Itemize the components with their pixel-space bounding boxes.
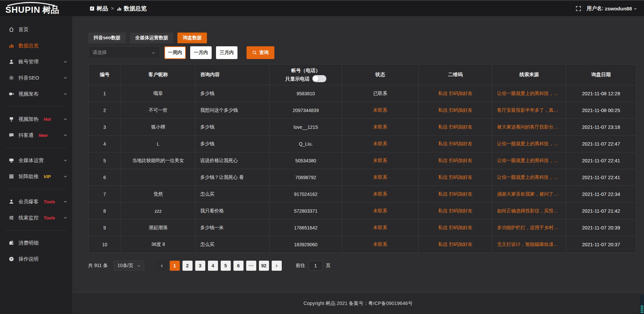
tab-douyin-seo-data[interactable]: 抖音seo数据	[88, 33, 126, 43]
scan-add-friend-link[interactable]: 扫码加好友	[449, 158, 472, 163]
monitor-icon	[8, 158, 14, 163]
scan-add-friend-link[interactable]: 扫码加好友	[449, 107, 472, 113]
page-button-6[interactable]: 6	[233, 261, 244, 271]
table-row: 5当地比较能吃的一位美女说说价格让我死心50534380未联系私信 扫码加好友让…	[89, 152, 636, 169]
tab-media-ops-data[interactable]: 全媒体运营数据	[130, 33, 173, 43]
page-button-92[interactable]: 92	[259, 261, 269, 271]
private-msg-link[interactable]: 私信	[438, 225, 448, 230]
cell-account: 178651642	[270, 219, 342, 236]
source-link[interactable]: 让你一眼就爱上的黑科技，能...	[497, 141, 561, 147]
filter-select[interactable]: 请选择	[88, 46, 160, 59]
range-button-1[interactable]: 一月内	[190, 46, 212, 59]
source-link[interactable]: 多功能护栏灯，适用于乡村文...	[497, 225, 561, 231]
scan-add-friend-link[interactable]: 扫码加好友	[449, 208, 472, 213]
sidebar-item-douketong[interactable]: 抖客通New	[0, 127, 72, 143]
source-link[interactable]: 客厅安装投影半年多了，真实...	[497, 107, 561, 113]
scan-add-friend-link[interactable]: 扫码加好友	[449, 124, 472, 129]
source-link[interactable]: 被大家追着问的客厅投影分享...	[497, 124, 561, 130]
source-link[interactable]: 感谢大家喜欢我家，被问了好...	[497, 191, 561, 197]
page-button-5[interactable]: 5	[221, 261, 231, 271]
sidebar-item-matrix-boost[interactable]: 矩阵助推VIP	[0, 168, 72, 185]
scan-add-friend-link[interactable]: 扫码加好友	[449, 141, 472, 146]
cell-date: 2021-11-08 00:25	[566, 102, 636, 119]
user-menu[interactable]: 用户名: zswodun88	[587, 5, 637, 12]
cell-source: 让你一眼就爱上的黑科技，能...	[492, 85, 566, 102]
sidebar-item-data-overview[interactable]: 数据总览	[0, 38, 72, 54]
tab-bar: 抖音seo数据全媒体运营数据询盘数据	[88, 33, 636, 43]
cell-id: 8	[89, 203, 121, 219]
tab-inquiry-data[interactable]: 询盘数据	[177, 33, 207, 43]
sidebar-item-douyin-seo[interactable]: 抖音SEO	[0, 70, 72, 86]
sidebar-item-lead-monitor[interactable]: 线索监控Tools	[0, 210, 72, 226]
cell-content: 怎么买	[196, 186, 270, 203]
sidebar-item-consume-detail[interactable]: 消费明细	[0, 235, 72, 251]
goto-page: 前往 页	[296, 261, 331, 271]
chat-icon	[8, 133, 14, 138]
page-button-1[interactable]: 1	[170, 261, 180, 271]
sidebar-item-video-heat[interactable]: 视频加热Hot	[0, 111, 72, 127]
page-size-value: 10条/页	[117, 263, 133, 269]
sidebar-item-help[interactable]: ?操作说明	[0, 251, 72, 267]
cell-date: 2021-11-07 22:41	[566, 169, 636, 186]
scan-add-friend-link[interactable]: 扫码加好友	[449, 191, 472, 197]
scan-add-friend-link[interactable]: 扫码加好友	[449, 174, 472, 180]
inquiry-table-wrap: 编号 客户昵称 咨询内容 帐号（电话） 只显示电话 状态 二维码 线索来源 询盘…	[88, 64, 636, 253]
breadcrumb-current[interactable]: 数据总览	[117, 5, 147, 12]
private-msg-link[interactable]: 私信	[438, 141, 448, 146]
table-row: 9潮起潮落多少钱一米178651642未联系私信 扫码加好友多功能护栏灯，适用于…	[89, 219, 636, 236]
range-button-2[interactable]: 三月内	[216, 46, 237, 59]
breadcrumb-root[interactable]: 树品	[90, 5, 108, 12]
page-button-2[interactable]: 2	[182, 261, 193, 271]
topbar: SHUPIN 树品 树品 > 数据总览 用户名: zswodun88	[0, 1, 644, 16]
scan-add-friend-link[interactable]: 扫码加好友	[449, 242, 472, 247]
private-msg-link[interactable]: 私信	[438, 158, 448, 163]
cell-nickname: 36度 8	[121, 236, 196, 253]
sidebar-item-video-publish[interactable]: 视频发布	[0, 86, 72, 102]
phone-only-toggle[interactable]	[312, 75, 326, 82]
source-link[interactable]: 让你一眼就爱上的黑科技，能...	[497, 158, 561, 164]
page-size-select[interactable]: 10条/页	[114, 261, 144, 271]
private-msg-link[interactable]: 私信	[438, 124, 448, 129]
private-msg-link[interactable]: 私信	[438, 174, 448, 180]
prev-page-button[interactable]	[157, 261, 167, 271]
page-button-3[interactable]: 3	[195, 261, 205, 271]
cell-status: 未联系	[342, 219, 419, 236]
private-msg-link[interactable]: 私信	[438, 208, 448, 213]
cell-content: 多少钱一米	[196, 219, 270, 236]
bar-chart-icon	[117, 6, 122, 11]
cell-status: 未联系	[342, 152, 419, 169]
next-page-button[interactable]	[272, 261, 282, 271]
sidebar-item-account-manage[interactable]: 账号管理	[0, 54, 72, 70]
source-link[interactable]: 让你一眼就爱上的黑科技，能...	[497, 91, 561, 97]
goto-page-input[interactable]	[309, 261, 323, 271]
range-button-0[interactable]: 一周内	[164, 46, 186, 59]
private-msg-link[interactable]: 私信	[438, 242, 448, 247]
corner-scroll-widget[interactable]	[640, 295, 644, 314]
chevron-down-icon	[63, 117, 67, 121]
sidebar-item-label: 抖音SEO	[18, 75, 39, 81]
source-link[interactable]: 如何正确选择投影仪，买投影...	[497, 208, 561, 214]
phone-toggle-label: 只显示电话	[285, 75, 310, 83]
chevron-down-icon	[63, 158, 67, 162]
scan-add-friend-link[interactable]: 扫码加好友	[449, 225, 472, 230]
cell-source: 感谢大家喜欢我家，被问了好...	[492, 186, 566, 203]
source-link[interactable]: 无主灯设计，智能磁吸轨道灯...	[497, 242, 561, 248]
scan-add-friend-link[interactable]: 扫码加好友	[449, 91, 472, 96]
private-msg-link[interactable]: 私信	[438, 91, 448, 96]
page-ellipsis[interactable]: ···	[246, 261, 256, 271]
private-msg-link[interactable]: 私信	[438, 107, 448, 113]
query-button[interactable]: 查询	[247, 46, 274, 59]
private-msg-link[interactable]: 私信	[438, 191, 448, 197]
page-button-4[interactable]: 4	[208, 261, 218, 271]
source-link[interactable]: 让你一眼就爱上的黑科技，能...	[497, 174, 561, 180]
fullscreen-icon[interactable]	[576, 6, 581, 11]
cell-nickname: 不可一世	[121, 102, 196, 119]
sidebar-item-member-burst[interactable]: 会员爆客Tools	[0, 194, 72, 210]
col-header-nickname: 客户昵称	[121, 64, 196, 85]
table-row: 7觉然怎么买917024162未联系私信 扫码加好友感谢大家喜欢我家，被问了好.…	[89, 186, 636, 203]
chevron-down-icon	[63, 216, 67, 220]
sidebar-item-media-ops[interactable]: 全媒体运营	[0, 152, 72, 168]
sidebar-item-home[interactable]: 首页	[0, 21, 72, 38]
cell-source: 无主灯设计，智能磁吸轨道灯...	[492, 236, 566, 253]
cell-nickname: 觉然	[121, 186, 196, 203]
